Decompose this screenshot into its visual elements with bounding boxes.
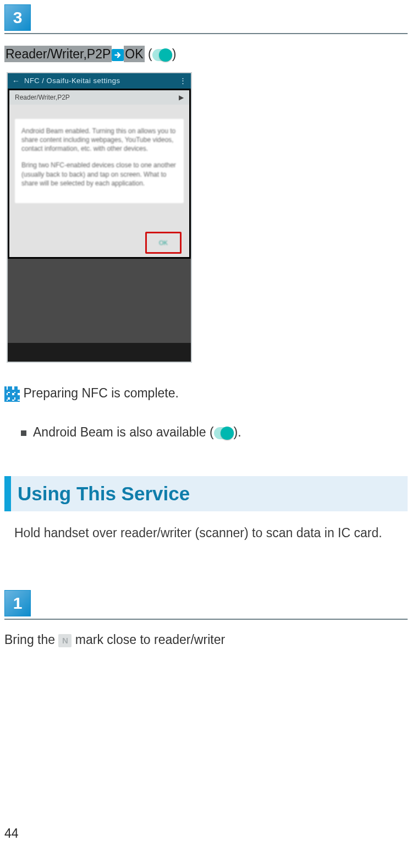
phone-header: ← NFC / Osaifu-Keitai settings ⋮ — [8, 73, 191, 89]
section-heading: Using This Service — [4, 476, 408, 511]
page-number: 44 — [4, 826, 408, 841]
result-text: Preparing NFC is complete. — [20, 386, 179, 400]
toggle-on-icon — [152, 49, 172, 61]
divider — [4, 33, 408, 34]
step1-text-before: Bring the — [4, 632, 58, 647]
bullet-text-after: ). — [234, 425, 241, 439]
phone-subbar: Reader/Writer,P2P ▶ — [8, 89, 191, 105]
dialog-paragraph-1: Android Beam enabled. Turning this on al… — [21, 127, 177, 154]
ok-label: OK — [124, 46, 144, 62]
nfc-mark-icon: N — [58, 634, 72, 647]
step1-text-after: mark close to reader/writer — [75, 632, 225, 647]
section-description: Hold handset over reader/writer (scanner… — [14, 526, 408, 541]
phone-body: Android Beam enabled. Turning this on al… — [8, 105, 191, 259]
dialog-paragraph-2: Bring two NFC-enabled devices close to o… — [21, 161, 177, 188]
step-1-instruction: Bring the N mark close to reader/writer — [4, 630, 408, 650]
phone-header-title: NFC / Osaifu-Keitai settings — [24, 77, 175, 85]
result-line: Preparing NFC is complete. — [4, 386, 408, 402]
phone-subbar-left: Reader/Writer,P2P — [15, 94, 70, 101]
reader-writer-label: Reader/Writer,P2P — [4, 46, 112, 62]
bullet-list: Android Beam is also available (). — [14, 425, 408, 440]
back-arrow-icon: ← — [12, 77, 20, 85]
dialog-ok-button: OK — [159, 239, 168, 246]
step-1-badge: 1 — [4, 590, 31, 616]
dialog-ok-highlight: OK — [145, 232, 182, 254]
checkered-flag-icon — [4, 386, 20, 402]
step-3-instruction: Reader/Writer,P2P OK () — [4, 44, 408, 64]
bullet-item: Android Beam is also available (). — [21, 425, 408, 440]
section-title: Using This Service — [18, 483, 190, 504]
phone-dialog: Android Beam enabled. Turning this on al… — [15, 119, 184, 203]
phone-subbar-toggle-icon: ▶ — [179, 94, 184, 101]
bullet-text-before: Android Beam is also available ( — [33, 425, 214, 439]
nav-home-icon — [69, 343, 130, 362]
arrow-right-icon — [112, 49, 124, 61]
phone-navbar — [8, 343, 191, 362]
toggle-on-icon — [214, 427, 234, 439]
step-1-number: 1 — [13, 594, 23, 613]
nav-back-icon — [8, 343, 69, 362]
paren-open: ( — [145, 47, 152, 61]
divider — [4, 619, 408, 620]
phone-screenshot: ← NFC / Osaifu-Keitai settings ⋮ Reader/… — [7, 72, 192, 363]
paren-close: ) — [172, 47, 177, 61]
nav-recent-icon — [130, 343, 191, 362]
step-3-badge: 3 — [4, 4, 31, 31]
menu-dots-icon: ⋮ — [179, 77, 186, 85]
step-3-number: 3 — [13, 8, 23, 27]
